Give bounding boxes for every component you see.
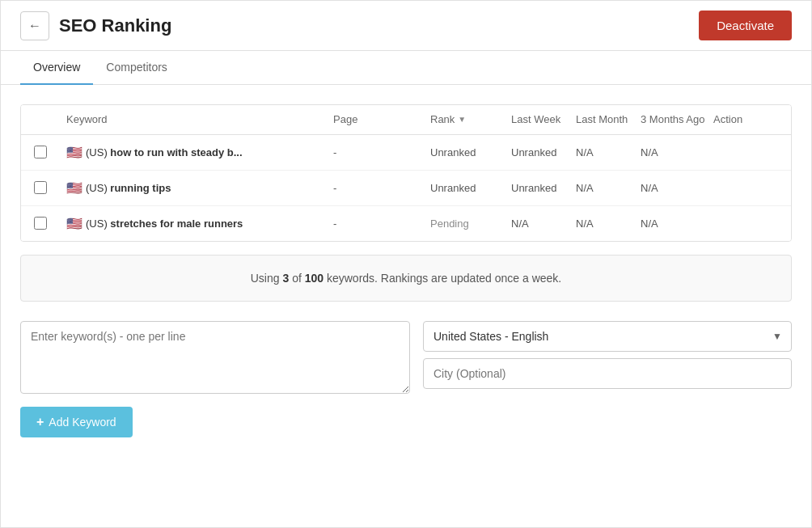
city-input[interactable] (423, 358, 792, 389)
row-1-rank: Unranked (430, 146, 511, 158)
row-2-page: - (333, 182, 430, 194)
info-text-suffix: keywords. Rankings are updated once a we… (327, 272, 561, 285)
deactivate-button[interactable]: Deactivate (699, 11, 792, 40)
keywords-textarea[interactable] (20, 321, 410, 394)
tab-overview[interactable]: Overview (20, 51, 93, 85)
table-row: 🇺🇸 (US) stretches for male runners - Pen… (21, 206, 791, 241)
add-keyword-button[interactable]: + Add Keyword (20, 407, 133, 437)
row-3-keyword: 🇺🇸 (US) stretches for male runners (66, 216, 333, 231)
page-title: SEO Ranking (59, 15, 171, 36)
header-last-month: Last Month (576, 113, 641, 126)
row-2-rank: Unranked (430, 182, 511, 194)
info-used: 3 (282, 272, 289, 285)
info-text-of: of (292, 272, 302, 285)
row-3-rank: Pending (430, 218, 511, 230)
add-keyword-section: United States - English United Kingdom -… (20, 321, 792, 394)
back-button[interactable]: ← (20, 11, 49, 40)
row-2-keyword: 🇺🇸 (US) running tips (66, 180, 333, 196)
country-select[interactable]: United States - English United Kingdom -… (423, 321, 792, 352)
row-2-last-month: N/A (576, 182, 641, 194)
row-3-last-week: N/A (511, 218, 576, 230)
plus-icon: + (36, 415, 44, 429)
row-3-three-months: N/A (641, 218, 713, 230)
info-text-prefix: Using (251, 272, 280, 285)
row-3-flag: 🇺🇸 (66, 216, 82, 231)
row-1-keyword: 🇺🇸 (US) how to run with steady b... (66, 145, 333, 160)
header-keyword: Keyword (66, 113, 333, 126)
info-total: 100 (305, 272, 324, 285)
row-1-page: - (333, 146, 430, 158)
rank-sort-icon[interactable]: ▼ (458, 115, 466, 124)
table-header: Keyword Page Rank ▼ Last Week Last Month… (21, 105, 791, 135)
header-three-months: 3 Months Ago (641, 113, 713, 126)
table-row: 🇺🇸 (US) how to run with steady b... - Un… (21, 135, 791, 171)
row-2-checkbox[interactable] (34, 181, 47, 194)
row-3-checkbox[interactable] (34, 217, 47, 230)
row-1-last-week: Unranked (511, 146, 576, 158)
row-1-flag: 🇺🇸 (66, 145, 82, 160)
header-action: Action (713, 113, 778, 126)
row-2-flag: 🇺🇸 (66, 180, 82, 196)
info-box: Using 3 of 100 keywords. Rankings are up… (20, 255, 792, 302)
header: ← SEO Ranking Deactivate (1, 1, 811, 51)
row-1-last-month: N/A (576, 146, 641, 158)
header-page: Page (333, 113, 430, 126)
row-2-three-months: N/A (641, 182, 713, 194)
row-3-last-month: N/A (576, 218, 641, 230)
header-rank: Rank ▼ (430, 113, 511, 126)
row-2-last-week: Unranked (511, 182, 576, 194)
row-3-page: - (333, 218, 430, 230)
country-select-wrapper: United States - English United Kingdom -… (423, 321, 792, 352)
row-1-checkbox[interactable] (34, 146, 47, 158)
back-icon: ← (28, 19, 41, 33)
header-checkbox-col (34, 113, 66, 126)
tab-competitors[interactable]: Competitors (93, 51, 180, 85)
header-last-week: Last Week (511, 113, 576, 126)
tabs-bar: Overview Competitors (1, 51, 811, 85)
main-content: Keyword Page Rank ▼ Last Week Last Month… (1, 85, 811, 457)
header-left: ← SEO Ranking (20, 11, 171, 40)
right-inputs: United States - English United Kingdom -… (423, 321, 792, 394)
keywords-table: Keyword Page Rank ▼ Last Week Last Month… (20, 104, 792, 242)
row-1-three-months: N/A (641, 146, 713, 158)
table-row: 🇺🇸 (US) running tips - Unranked Unranked… (21, 171, 791, 206)
add-keyword-label: Add Keyword (49, 416, 116, 429)
